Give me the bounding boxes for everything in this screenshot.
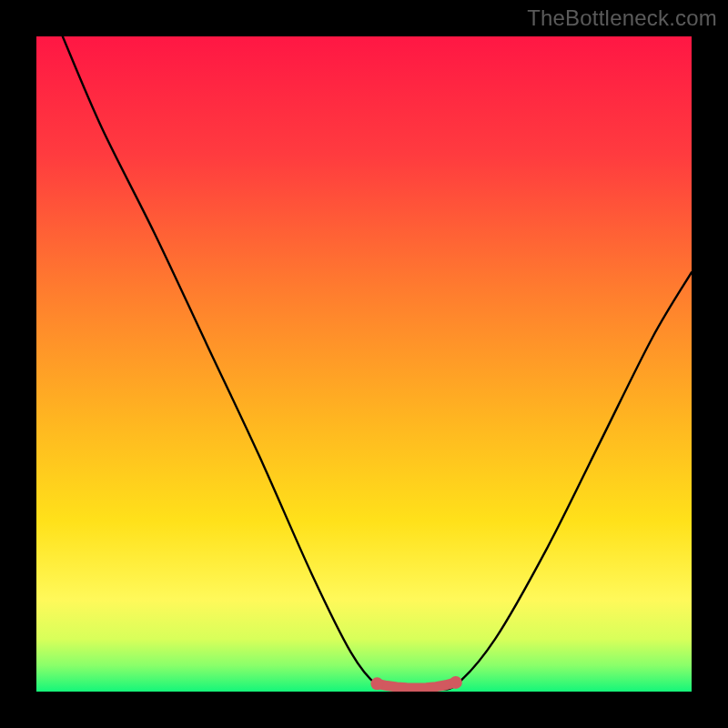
chart-frame: TheBottleneck.com xyxy=(0,0,728,728)
marker-band xyxy=(377,682,455,688)
plot-area xyxy=(36,36,692,692)
curve-layer xyxy=(36,36,692,692)
attribution-watermark: TheBottleneck.com xyxy=(527,5,717,31)
bottom-marker-cluster xyxy=(370,676,461,690)
bottleneck-curve xyxy=(63,36,692,689)
marker-dot xyxy=(450,676,462,689)
marker-dot xyxy=(370,677,383,690)
